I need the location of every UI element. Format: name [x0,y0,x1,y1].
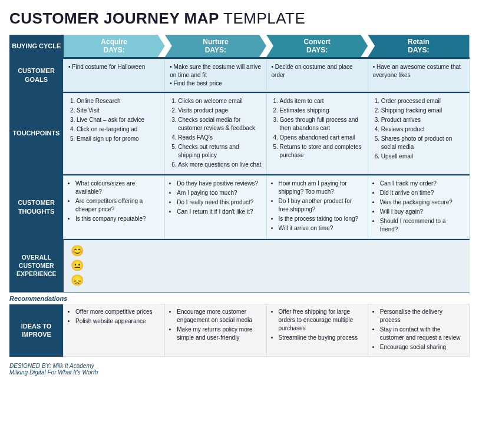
goals-nurture: • Make sure the costume will arrive on t… [165,59,266,91]
title-normal: TEMPLATE [219,9,306,27]
touchpoints-convert: Adds item to cart Estimates shipping Goe… [266,93,368,174]
experience-row: OVERALLCUSTOMEREXPERIENCE 😊 😐 😞 [9,240,470,292]
goals-retain: • Have an awesome costume that everyone … [368,59,469,91]
ideas-row: IDEAS TOIMPROVE Offer more competitive p… [9,304,470,357]
convert-arrow: ConvertDAYS: [266,35,368,57]
thoughts-retain: Can I track my order? Did it arrive on t… [368,175,469,238]
thoughts-label: CUSTOMERTHOUGHTS [9,175,64,238]
thoughts-acquire: What colours/sizes are available? Are co… [64,175,165,238]
phase-retain: RetainDAYS: [368,35,469,57]
recommendations-row: Recommendations [9,293,470,304]
smiley-happy: 😊 [71,244,463,258]
acquire-arrow: AcquireDAYS: [64,35,165,57]
footer-line2: Milking Digital For What It's Worth [9,369,470,376]
ideas-acquire: Offer more competitive prices Polish web… [64,304,165,357]
ideas-retain: Personalise the delivery process Stay in… [368,304,469,357]
goals-convert: • Decide on costume and place order [266,59,368,91]
title-bold: CUSTOMER JOURNEY MAP [9,9,219,27]
smiley-neutral: 😐 [71,258,463,273]
footer: DESIGNED BY: Milk It Academy Milking Dig… [9,363,470,376]
ideas-label: IDEAS TOIMPROVE [9,304,64,357]
goals-acquire: • Find costume for Halloween [64,59,165,91]
touchpoints-acquire: Online Research Site Visit Live Chat – a… [64,93,165,174]
buying-cycle-row: BUYING CYCLE AcquireDAYS: NurtureDAYS: C… [9,35,470,57]
buying-cycle-label: BUYING CYCLE [9,35,64,57]
page-title: CUSTOMER JOURNEY MAP TEMPLATE [9,9,470,28]
customer-thoughts-row: CUSTOMERTHOUGHTS What colours/sizes are … [9,175,470,238]
ideas-convert: Offer free shipping for large orders to … [266,304,368,357]
touchpoints-nurture: Clicks on welcome email Visits product p… [165,93,266,174]
smiley-sad: 😞 [71,273,463,288]
touchpoints-retain: Order processed email Shipping tracking … [368,93,469,174]
experience-content: 😊 😐 😞 [64,240,470,292]
retain-arrow: RetainDAYS: [368,35,469,57]
phase-nurture: NurtureDAYS: [165,35,266,57]
ideas-nurture: Encourage more customer engagement on so… [165,304,266,357]
thoughts-nurture: Do they have positive reviews? Am I payi… [165,175,266,238]
nurture-arrow: NurtureDAYS: [165,35,266,57]
touchpoints-label: TOUCHPOINTS [9,93,64,174]
footer-line1: DESIGNED BY: Milk It Academy [9,363,470,369]
customer-goals-row: CUSTOMERGOALS • Find costume for Hallowe… [9,59,470,91]
experience-label: OVERALLCUSTOMEREXPERIENCE [9,240,64,292]
phase-convert: ConvertDAYS: [266,35,368,57]
touchpoints-row: TOUCHPOINTS Online Research Site Visit L… [9,93,470,174]
phase-acquire: AcquireDAYS: [64,35,165,57]
goals-label: CUSTOMERGOALS [9,59,64,91]
recommendations-label: Recommendations [9,295,67,302]
thoughts-convert: How much am I paying for shipping? Too m… [266,175,368,238]
